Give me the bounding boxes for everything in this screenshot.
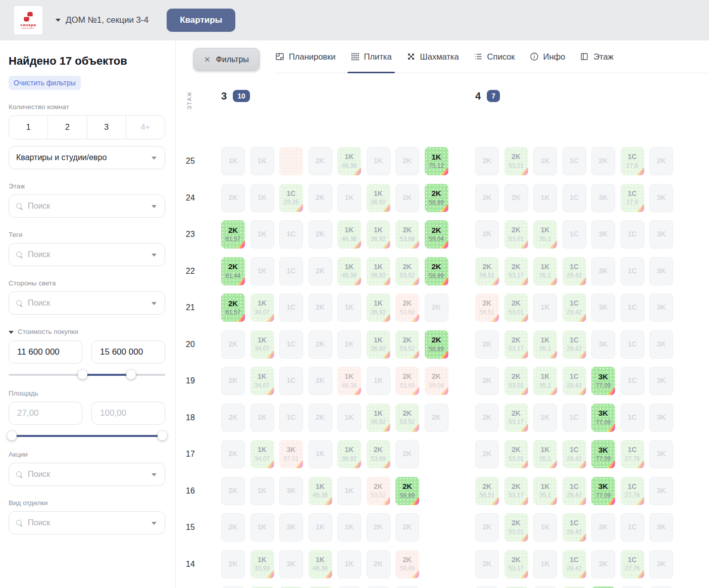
apartment-cell[interactable]: 1C28,42: [563, 513, 586, 542]
apartment-cell[interactable]: 2K59,04: [425, 367, 448, 395]
rooms-option-1[interactable]: 1: [9, 116, 47, 139]
apartment-cell[interactable]: 1K34,07: [250, 367, 274, 395]
apartment-cell[interactable]: 2K53,52: [395, 257, 419, 285]
rooms-option-2[interactable]: 2: [47, 116, 86, 139]
area-min-handle[interactable]: [7, 431, 17, 440]
apartment-cell[interactable]: 2K53,52: [395, 404, 419, 432]
apartment-cell[interactable]: 2K53,68: [395, 367, 419, 395]
apartment-cell[interactable]: [279, 147, 303, 175]
tab-planirovki[interactable]: Планировки: [275, 40, 336, 73]
apartment-cell[interactable]: 2K53,17: [504, 257, 528, 285]
apartment-cell[interactable]: 3K77,09: [591, 440, 615, 468]
apartment-cell[interactable]: 2K56,51: [475, 477, 499, 505]
apartment-cell[interactable]: 1K36,92: [367, 404, 390, 432]
price-min-handle[interactable]: [78, 370, 87, 379]
apartment-cell[interactable]: 2K53,68: [395, 220, 419, 249]
apartment-cell[interactable]: 1K46,38: [337, 220, 361, 249]
apartment-cell[interactable]: 1K75,12: [425, 147, 448, 175]
promos-filter-select[interactable]: Поиск: [9, 463, 165, 486]
apartment-cell[interactable]: 1K35,1: [533, 477, 557, 505]
apartment-cell[interactable]: 2K61,57: [221, 220, 245, 249]
apartment-cell[interactable]: 1C28,42: [563, 477, 586, 505]
apartment-cell[interactable]: 2K53,01: [504, 440, 528, 468]
apartment-cell[interactable]: 2K53,01: [504, 293, 528, 322]
apartment-cell[interactable]: 1C28,42: [563, 367, 586, 395]
apartment-cell[interactable]: 1C27,76: [621, 550, 644, 578]
apartment-cell[interactable]: 2K58,89: [425, 184, 448, 212]
apartment-cell[interactable]: 2K61,44: [221, 257, 245, 285]
area-max-handle[interactable]: [158, 431, 167, 440]
tab-shakhmatka[interactable]: Шахматка: [407, 40, 459, 73]
tab-spisok[interactable]: Список: [474, 40, 515, 73]
price-min-input[interactable]: [9, 340, 82, 364]
apartment-cell[interactable]: 2K53,17: [504, 477, 528, 505]
apartment-cell[interactable]: 3K97,01: [279, 440, 303, 468]
area-max-input[interactable]: [91, 402, 165, 425]
apartment-cell[interactable]: 2K53,52: [395, 330, 419, 359]
apartment-type-select[interactable]: Квартиры и студии/евро: [9, 146, 165, 169]
apartment-cell[interactable]: 2K53,17: [504, 330, 528, 359]
apartment-cell[interactable]: 2K53,01: [504, 220, 528, 249]
apartment-cell[interactable]: 1C28,42: [563, 550, 586, 578]
apartment-cell[interactable]: 1K36,92: [367, 220, 390, 249]
tab-plitka[interactable]: Плитка: [350, 40, 392, 73]
apartment-cell[interactable]: 1K35,1: [533, 440, 557, 468]
apartment-cell[interactable]: 1C28,42: [563, 440, 586, 468]
apartment-cell[interactable]: 2K56,51: [475, 257, 499, 285]
tab-etazh[interactable]: Этаж: [580, 40, 613, 73]
apartment-cell[interactable]: 1K36,92: [367, 184, 390, 212]
apartment-cell[interactable]: 1K35,1: [533, 367, 557, 395]
apartment-cell[interactable]: 1C28,42: [563, 293, 586, 322]
apartment-cell[interactable]: 2K53,01: [504, 513, 528, 542]
price-max-handle[interactable]: [126, 370, 136, 379]
apartment-cell[interactable]: 2K58,89: [425, 257, 448, 285]
apartment-cell[interactable]: 1K33,93: [250, 550, 274, 578]
filters-button[interactable]: ✕ Фильтры: [193, 48, 260, 71]
apartment-cell[interactable]: 2K53,52: [367, 477, 390, 505]
apartment-cell[interactable]: 3K77,09: [591, 404, 615, 432]
tab-info[interactable]: Инфо: [530, 40, 566, 73]
apartment-cell[interactable]: 2K53,01: [504, 367, 528, 395]
apartment-cell[interactable]: 1C27,6: [621, 147, 644, 175]
apartment-cell[interactable]: 2K58,89: [395, 550, 419, 578]
tags-filter-select[interactable]: Поиск: [9, 243, 165, 266]
area-min-input[interactable]: [9, 402, 82, 425]
apartment-cell[interactable]: 1C28,42: [563, 330, 586, 359]
floor-filter-select[interactable]: Поиск: [9, 194, 165, 218]
apartment-cell[interactable]: 2K58,89: [395, 477, 419, 505]
apartment-cell[interactable]: 1K34,07: [250, 293, 274, 322]
apartment-cell[interactable]: 2K53,17: [504, 404, 528, 432]
apartment-cell[interactable]: 1K46,38: [337, 147, 361, 175]
apartment-cell[interactable]: 1C27,6: [621, 184, 644, 212]
apartment-cell[interactable]: 1K36,92: [337, 440, 361, 468]
price-max-input[interactable]: [91, 340, 165, 364]
apartment-cell[interactable]: 2K58,89: [425, 330, 448, 359]
apartment-cell[interactable]: 2K53,68: [367, 440, 390, 468]
apartment-cell[interactable]: 1C27,76: [621, 440, 644, 468]
apartment-cell[interactable]: 3K77,09: [591, 367, 615, 395]
apartment-cell[interactable]: 1K34,07: [250, 330, 274, 359]
apartment-cell[interactable]: 1K36,92: [367, 330, 390, 359]
apartment-cell[interactable]: 2K56,51: [475, 293, 499, 322]
apartment-cell[interactable]: 2K53,68: [395, 293, 419, 322]
apartment-cell[interactable]: 1K36,92: [367, 257, 390, 285]
apartment-cell[interactable]: 1K35,1: [533, 220, 557, 249]
apartment-cell[interactable]: 1C27,76: [621, 477, 644, 505]
project-selector[interactable]: ДОМ №1, секции 3-4: [56, 15, 148, 25]
apartment-cell[interactable]: 1K46,38: [309, 550, 332, 578]
apartment-cell[interactable]: 1K46,38: [309, 477, 332, 505]
apartments-button[interactable]: Квартиры: [167, 9, 235, 32]
clear-filters-button[interactable]: Очистить фильтры: [9, 76, 81, 90]
finish-filter-select[interactable]: Поиск: [9, 511, 165, 534]
apartment-cell[interactable]: 1K46,38: [337, 257, 361, 285]
rooms-option-3[interactable]: 3: [87, 116, 126, 139]
apartment-cell[interactable]: 1C29,35: [279, 184, 303, 212]
apartment-cell[interactable]: 3K77,09: [591, 477, 615, 505]
apartment-cell[interactable]: 2K53,17: [504, 550, 528, 578]
price-filter-label[interactable]: Стоимость покупки: [9, 328, 165, 335]
apartment-cell[interactable]: 1C28,42: [563, 257, 586, 285]
apartment-cell[interactable]: 1K34,07: [250, 440, 274, 468]
apartment-cell[interactable]: 2K61,57: [221, 293, 245, 322]
apartment-cell[interactable]: 1K46,38: [337, 367, 361, 395]
apartment-cell[interactable]: 1K35,1: [533, 257, 557, 285]
